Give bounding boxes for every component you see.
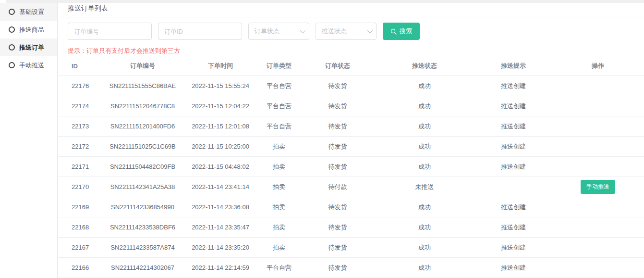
sidebar-item-label: 推送订单 [19, 43, 44, 52]
cell-push-status: 未推送 [374, 177, 475, 197]
column-header: 推送提示 [475, 56, 552, 76]
cell-push-status: 成功 [374, 238, 475, 258]
sidebar-item-2[interactable]: 推送订单 [0, 38, 57, 56]
cell-actions [552, 157, 644, 177]
cell-push-hint: 推送创建 [475, 76, 552, 96]
sidebar-item-label: 手动推送 [19, 61, 44, 70]
column-header: 推送状态 [374, 56, 475, 76]
cell-order-time: 2022-11-15 12:01:08 [184, 116, 257, 137]
table-body: 22176SN2211151555C86BAE2022-11-15 15:55:… [58, 76, 644, 278]
table-row: 22173SN2211151201400FD62022-11-15 12:01:… [58, 116, 644, 137]
cell-order-status: 待发货 [301, 217, 374, 238]
table-row: 22169SN22111423368549902022-11-14 23:36:… [58, 197, 644, 217]
order-id-input[interactable] [158, 23, 242, 40]
cell-order-time: 2022-11-14 22:14:59 [184, 258, 257, 278]
table-row: 22166SN22111422143020672022-11-14 22:14:… [58, 258, 644, 278]
cell-push-hint: 推送创建 [475, 116, 552, 137]
manual-push-button[interactable]: 手动推送 [581, 180, 615, 194]
cell-order-time: 2022-11-14 23:35:47 [184, 217, 257, 238]
column-header: 订单编号 [101, 56, 184, 76]
order-number-input[interactable] [68, 23, 152, 40]
sidebar: 基础设置推送商品推送订单手动推送 [0, 3, 58, 278]
cell-order-type: 拍卖 [257, 238, 301, 258]
main-content: 推送订单列表 订单状态 推送状态 搜索 提示：订单只有支付后才会推送到第三方 I… [58, 0, 644, 278]
sidebar-item-label: 推送商品 [19, 25, 44, 34]
cell-push-status: 成功 [374, 197, 475, 217]
cell-order-type: 平台自营 [257, 96, 301, 116]
page-title: 推送订单列表 [68, 4, 108, 13]
cell-order-type: 拍卖 [257, 137, 301, 157]
order-status-select[interactable]: 订单状态 [248, 23, 309, 40]
circle-icon [9, 9, 15, 15]
circle-icon [9, 62, 15, 68]
search-icon [390, 28, 397, 35]
cell-push-status: 成功 [374, 76, 475, 96]
cell-order-no: SN221114233587A874 [101, 238, 184, 258]
page-title-bar: 推送订单列表 [58, 0, 644, 17]
cell-push-status: 成功 [374, 217, 475, 238]
cell-order-time: 2022-11-15 12:04:22 [184, 96, 257, 116]
cell-order-status: 待发货 [301, 116, 374, 137]
cell-actions [552, 258, 644, 278]
table-row: 22168SN221114233538DBF62022-11-14 23:35:… [58, 217, 644, 238]
sidebar-item-3[interactable]: 手动推送 [0, 56, 57, 74]
filter-bar: 订单状态 推送状态 搜索 [68, 23, 644, 40]
cell-id: 22174 [58, 96, 101, 116]
cell-order-no: SN2211142336854990 [101, 197, 184, 217]
cell-push-status: 成功 [374, 157, 475, 177]
cell-push-hint: 推送创建 [475, 157, 552, 177]
cell-order-type: 拍卖 [257, 177, 301, 197]
cell-actions [552, 76, 644, 96]
cell-order-type: 平台自营 [257, 76, 301, 96]
table-row: 22174SN22111512046778C82022-11-15 12:04:… [58, 96, 644, 116]
cell-order-type: 拍卖 [257, 157, 301, 177]
table-row: 22170SN2211142341A25A382022-11-14 23:41:… [58, 177, 644, 197]
table-row: 22176SN2211151555C86BAE2022-11-15 15:55:… [58, 76, 644, 96]
column-header: 订单状态 [301, 56, 374, 76]
cell-push-hint: 推送创建 [475, 96, 552, 116]
cell-order-type: 平台自营 [257, 258, 301, 278]
cell-push-hint: 推送创建 [475, 137, 552, 157]
cell-order-no: SN2211142214302067 [101, 258, 184, 278]
sidebar-item-0[interactable]: 基础设置 [0, 3, 57, 21]
cell-actions [552, 217, 644, 238]
search-button[interactable]: 搜索 [383, 23, 420, 40]
cell-order-time: 2022-11-14 23:36:08 [184, 197, 257, 217]
cell-order-no: SN22111504482C09FB [101, 157, 184, 177]
cell-push-status: 成功 [374, 116, 475, 137]
cell-order-time: 2022-11-14 23:41:14 [184, 177, 257, 197]
cell-order-time: 2022-11-14 23:35:20 [184, 238, 257, 258]
cell-order-status: 待发货 [301, 157, 374, 177]
cell-actions [552, 116, 644, 137]
column-header: 订单类型 [257, 56, 301, 76]
cell-order-status: 待发货 [301, 258, 374, 278]
push-status-select[interactable]: 推送状态 [316, 23, 377, 40]
cell-id: 22167 [58, 238, 101, 258]
cell-push-hint: 推送创建 [475, 217, 552, 238]
column-header: 下单时间 [184, 56, 257, 76]
table-row: 22167SN221114233587A8742022-11-14 23:35:… [58, 238, 644, 258]
cell-push-status: 成功 [374, 96, 475, 116]
cell-push-hint: 推送创建 [475, 258, 552, 278]
chevron-down-icon [367, 28, 373, 33]
cell-order-status: 待发货 [301, 197, 374, 217]
cell-order-no: SN2211151025C1C69B [101, 137, 184, 157]
column-header: 操作 [552, 56, 644, 76]
sidebar-item-1[interactable]: 推送商品 [0, 21, 57, 38]
column-header: ID [58, 56, 101, 76]
cell-push-status: 成功 [374, 137, 475, 157]
push-status-select-value: 推送状态 [322, 27, 347, 36]
cell-actions [552, 238, 644, 258]
cell-order-time: 2022-11-15 10:25:00 [184, 137, 257, 157]
cell-id: 22173 [58, 116, 101, 137]
cell-id: 22171 [58, 157, 101, 177]
cell-order-status: 待发货 [301, 96, 374, 116]
cell-order-status: 待付款 [301, 177, 374, 197]
cell-push-hint: 推送创建 [475, 197, 552, 217]
order-status-select-value: 订单状态 [255, 27, 279, 36]
cell-order-type: 拍卖 [257, 197, 301, 217]
cell-order-type: 平台自营 [257, 116, 301, 137]
cell-id: 22176 [58, 76, 101, 96]
cell-order-status: 待发货 [301, 76, 374, 96]
cell-order-type: 拍卖 [257, 217, 301, 238]
